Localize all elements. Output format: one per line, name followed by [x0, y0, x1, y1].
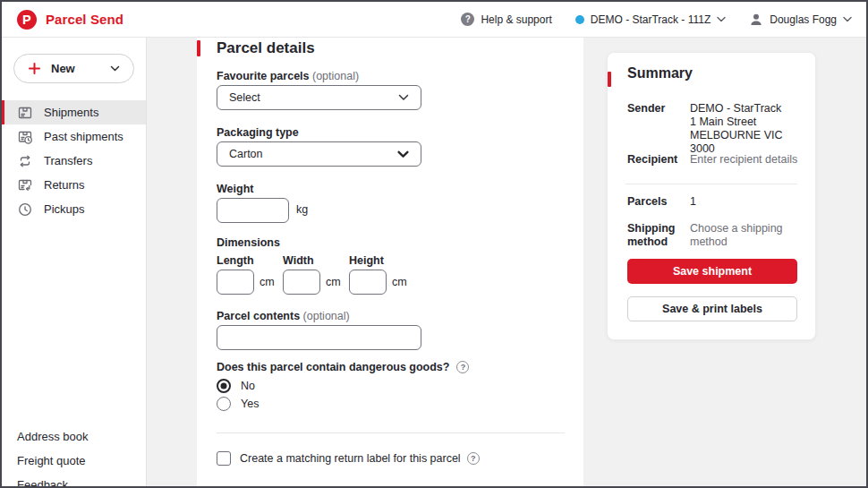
parcel-contents-label: Parcel contents (optional)	[217, 310, 350, 322]
label-text: Weight	[217, 183, 253, 195]
plus-icon	[28, 62, 41, 75]
width-unit-label: cm	[326, 276, 341, 288]
sender-value: DEMO - StarTrack 1 Main Street MELBOURNE…	[690, 102, 803, 156]
height-label: Height	[349, 254, 384, 267]
sidebar-link-freight-quote[interactable]: Freight quote	[2, 449, 146, 473]
new-shipment-button[interactable]: New	[13, 54, 134, 83]
optional-hint: (optional)	[303, 310, 350, 322]
dangerous-goods-radio-no[interactable]: No	[217, 379, 255, 393]
summary-shipping-row: Shipping method Choose a shipping method	[627, 222, 803, 249]
sidebar-nav: Shipments Past shipments	[2, 100, 146, 221]
new-button-label: New	[51, 62, 75, 75]
width-input[interactable]	[283, 270, 320, 295]
recipient-label: Recipient	[627, 153, 681, 167]
sidebar-item-past-shipments[interactable]: Past shipments	[2, 124, 146, 149]
length-label: Length	[217, 254, 254, 267]
summary-panel: Summary Sender DEMO - StarTrack 1 Main S…	[607, 52, 816, 340]
length-input[interactable]	[217, 270, 254, 295]
parcels-label: Parcels	[627, 195, 681, 209]
sender-line: MELBOURNE VIC 3000	[690, 129, 783, 155]
radio-label: No	[241, 380, 255, 392]
select-value: Select	[229, 91, 260, 104]
transfer-arrows-icon	[17, 153, 33, 169]
sidebar: New Shipments	[2, 38, 147, 486]
sender-line: 1 Main Street	[690, 116, 756, 128]
sidebar-item-transfers[interactable]: Transfers	[2, 149, 146, 173]
help-support-link[interactable]: ? Help & support	[461, 13, 551, 26]
optional-hint: (optional)	[312, 70, 359, 82]
checkbox-label: Create a matching return label for this …	[240, 452, 461, 465]
favourite-parcels-label: Favourite parcels (optional)	[217, 70, 359, 82]
account-label: DEMO - StarTrack - 111Z	[591, 13, 711, 26]
recipient-value: Enter recipient details	[690, 153, 797, 167]
height-input[interactable]	[349, 270, 387, 295]
sidebar-footer: Address book Freight quote Feedback	[2, 424, 146, 488]
sidebar-item-label: Past shipments	[44, 130, 123, 143]
radio-unselected-icon	[217, 397, 231, 411]
help-tooltip-icon[interactable]: ?	[467, 452, 480, 465]
weight-unit-label: kg	[296, 203, 308, 216]
sidebar-item-pickups[interactable]: Pickups	[2, 197, 146, 221]
weight-label: Weight	[217, 183, 253, 195]
clock-icon	[17, 201, 33, 218]
packaging-type-select[interactable]: Carton	[217, 141, 421, 167]
select-value: Carton	[229, 148, 263, 160]
label-text: Parcel contents	[217, 310, 300, 322]
dangerous-goods-radio-yes[interactable]: Yes	[217, 397, 259, 411]
parcel-send-app: P Parcel Send ? Help & support DEMO - St…	[0, 0, 868, 488]
svg-text:P: P	[22, 13, 31, 27]
chevron-down-icon	[110, 65, 120, 72]
sender-line: DEMO - StarTrack	[690, 102, 781, 115]
sidebar-item-label: Shipments	[44, 106, 98, 119]
summary-sender-row: Sender DEMO - StarTrack 1 Main Street ME…	[627, 102, 803, 156]
page-title: Parcel details	[217, 39, 315, 57]
summary-divider	[625, 184, 797, 184]
length-unit-label: cm	[260, 276, 275, 288]
help-support-label: Help & support	[481, 13, 551, 26]
home-brand-link[interactable]: P Parcel Send	[16, 9, 123, 30]
account-switcher[interactable]: DEMO - StarTrack - 111Z	[575, 13, 726, 26]
section-divider	[217, 432, 565, 433]
topbar-right: ? Help & support DEMO - StarTrack - 111Z…	[461, 13, 852, 27]
favourite-parcels-select[interactable]: Select	[217, 85, 421, 110]
sidebar-link-label: Freight quote	[17, 454, 86, 467]
label-text: Packaging type	[217, 126, 299, 139]
sidebar-item-shipments[interactable]: Shipments	[2, 100, 146, 124]
summary-recipient-row: Recipient Enter recipient details	[627, 153, 803, 167]
sidebar-item-label: Pickups	[44, 202, 85, 216]
label-text: Does this parcel contain dangerous goods…	[217, 361, 449, 373]
sidebar-item-label: Returns	[44, 178, 85, 192]
sidebar-link-address-book[interactable]: Address book	[2, 424, 146, 449]
parcel-details-panel: Parcel details Favourite parcels (option…	[197, 38, 583, 486]
summary-parcels-row: Parcels 1	[627, 195, 803, 209]
sidebar-item-returns[interactable]: Returns	[2, 173, 146, 197]
account-status-dot-icon	[575, 15, 584, 24]
save-print-labels-button[interactable]: Save & print labels	[627, 296, 797, 321]
dangerous-goods-label: Does this parcel contain dangerous goods…	[217, 361, 469, 373]
sidebar-link-feedback[interactable]: Feedback	[2, 473, 146, 488]
parcel-contents-input[interactable]	[217, 325, 421, 350]
label-text: Dimensions	[217, 236, 280, 249]
weight-input[interactable]	[217, 198, 289, 223]
shipping-method-value: Choose a shipping method	[690, 222, 803, 249]
height-unit-label: cm	[392, 276, 407, 288]
help-tooltip-icon[interactable]: ?	[456, 361, 469, 373]
user-name-label: Douglas Fogg	[770, 13, 837, 26]
return-label-checkbox-row[interactable]: Create a matching return label for this …	[217, 451, 480, 466]
user-menu[interactable]: Douglas Fogg	[749, 13, 852, 27]
save-shipment-button[interactable]: Save shipment	[627, 259, 797, 284]
red-accent-bar	[197, 40, 200, 56]
checkbox-icon	[217, 451, 231, 466]
brand-name: Parcel Send	[46, 12, 123, 27]
auspost-logo-icon: P	[16, 9, 38, 30]
chevron-down-icon	[398, 94, 409, 101]
dimensions-label: Dimensions	[217, 236, 280, 249]
chevron-down-icon	[843, 16, 852, 22]
sidebar-link-label: Feedback	[17, 478, 68, 488]
shipping-method-label: Shipping method	[627, 222, 681, 249]
sender-label: Sender	[627, 102, 681, 156]
sidebar-link-label: Address book	[17, 430, 89, 443]
radio-selected-icon	[217, 379, 231, 393]
top-header: P Parcel Send ? Help & support DEMO - St…	[2, 2, 866, 38]
parcels-value: 1	[690, 195, 696, 209]
